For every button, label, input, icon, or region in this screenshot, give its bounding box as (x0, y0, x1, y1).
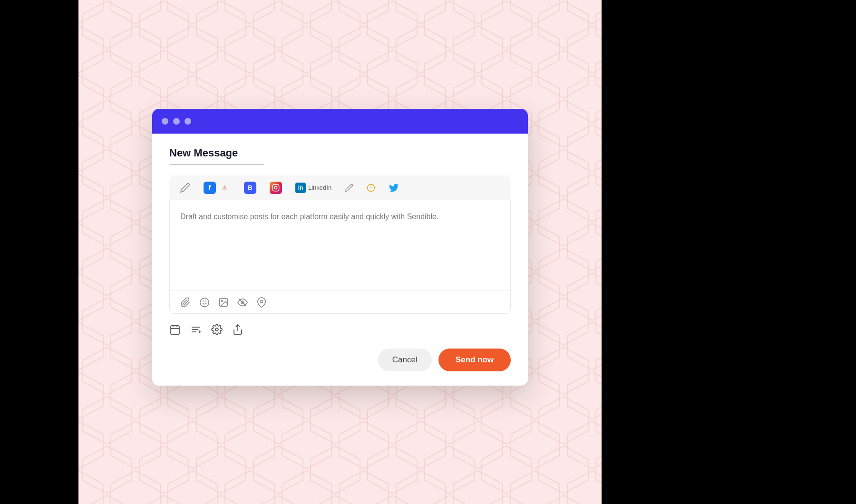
compose-toolbar (170, 290, 510, 313)
instagram-svg (272, 184, 280, 192)
dialog-title: New Message (169, 147, 511, 159)
settings-icon (211, 324, 223, 335)
list-button[interactable] (190, 323, 202, 335)
main-background: New Message f ⚠ B (78, 0, 602, 504)
bottom-toolbar (169, 323, 511, 335)
dialog-titlebar (152, 109, 528, 134)
tab-linkedin-pencil[interactable] (339, 181, 359, 195)
settings-button[interactable] (211, 323, 223, 335)
svg-point-17 (260, 300, 263, 303)
blueb-icon: B (244, 182, 256, 194)
compose-dialog: New Message f ⚠ B (152, 109, 528, 385)
share-icon (232, 324, 243, 335)
tab-twitter[interactable] (383, 180, 405, 196)
tab-blueb[interactable]: B (238, 179, 262, 197)
tab-instagram[interactable] (264, 179, 288, 197)
tab-linkedin[interactable]: in LinkedIn (290, 180, 337, 196)
titlebar-dot-2 (173, 118, 180, 125)
visibility-button[interactable] (237, 296, 248, 307)
linkedin-label: LinkedIn (308, 184, 331, 191)
pencil-icon (180, 183, 190, 193)
image-button[interactable] (218, 296, 229, 307)
eye-icon (237, 297, 248, 308)
share-button[interactable] (232, 323, 243, 335)
dialog-body: New Message f ⚠ B (152, 134, 528, 385)
right-panel (602, 0, 856, 504)
calendar-icon (169, 324, 181, 335)
left-panel (0, 0, 78, 504)
instagram-icon (270, 182, 282, 194)
location-button[interactable] (256, 296, 267, 307)
tab-facebook[interactable]: f ⚠ (198, 179, 236, 197)
titlebar-dot-3 (185, 118, 191, 125)
attachment-button[interactable] (180, 296, 191, 307)
location-icon (256, 297, 267, 308)
twitter-icon (389, 183, 399, 193)
svg-point-10 (200, 298, 209, 307)
svg-rect-18 (171, 326, 179, 334)
compose-textarea[interactable] (170, 200, 510, 288)
linkedin-icon: in (295, 183, 306, 193)
tab-all[interactable] (174, 180, 196, 196)
emoji-button[interactable] (199, 296, 210, 307)
facebook-warning-icon: ⚠ (218, 182, 231, 194)
attachment-icon (180, 297, 191, 308)
platform-tabs: f ⚠ B (169, 175, 511, 200)
action-buttons: Cancel Send now (169, 349, 511, 371)
title-divider (169, 164, 264, 165)
tab-linkedin-warning[interactable] (361, 181, 381, 195)
linkedin-pencil-icon (345, 184, 353, 192)
warning-circle-icon (367, 184, 375, 192)
calendar-button[interactable] (169, 323, 181, 335)
compose-area (169, 200, 511, 313)
list-icon (190, 324, 202, 335)
titlebar-dot-1 (162, 118, 168, 125)
facebook-icon: f (204, 182, 216, 194)
send-now-button[interactable]: Send now (438, 349, 511, 371)
svg-rect-4 (272, 184, 279, 191)
emoji-icon (199, 297, 210, 308)
image-icon (218, 297, 229, 308)
cancel-button[interactable]: Cancel (378, 349, 432, 371)
svg-point-6 (277, 185, 278, 186)
svg-point-25 (215, 328, 218, 331)
svg-point-14 (221, 300, 223, 301)
svg-point-5 (274, 186, 277, 189)
